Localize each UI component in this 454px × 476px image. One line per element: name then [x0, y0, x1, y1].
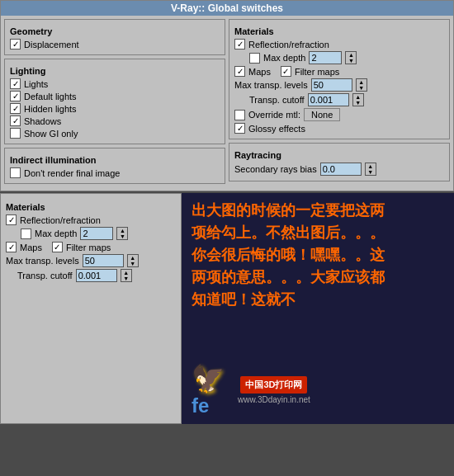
chinese-line1: 出大图的时候的一定要把这两 — [192, 200, 444, 222]
filter-maps-label: Filter maps — [295, 67, 339, 77]
max-transp-label: Max transp. levels — [234, 80, 308, 90]
spinner-up[interactable]: ▲ — [357, 79, 367, 85]
b-reflection-row: Reflection/refraction — [6, 214, 176, 225]
branding-section: 🦅 fe 中国3D打印网 www.3Ddayin.in.net — [192, 363, 444, 417]
spinner-down[interactable]: ▼ — [117, 233, 127, 239]
bottom-materials-label: Materials — [6, 202, 176, 212]
maps-checkbox[interactable] — [234, 66, 245, 77]
spinner-up[interactable]: ▲ — [121, 270, 131, 276]
b-max-depth-checkbox[interactable] — [21, 229, 31, 239]
raytracing-label: Raytracing — [234, 150, 444, 160]
lighting-label: Lighting — [10, 66, 220, 76]
max-transp-input[interactable]: 50 — [311, 78, 352, 92]
b-filter-maps-label: Filter maps — [66, 243, 111, 252]
secondary-rays-spinner[interactable]: ▲ ▼ — [365, 163, 376, 176]
dont-render-row: Don't render final image — [10, 167, 220, 178]
b-max-depth-label: Max depth — [35, 229, 77, 238]
displacement-checkbox[interactable] — [10, 39, 21, 49]
displacement-label: Displacement — [24, 40, 79, 49]
spinner-up[interactable]: ▲ — [117, 228, 127, 233]
b-transp-cutoff-input[interactable]: 0.001 — [76, 269, 117, 282]
displacement-row: Displacement — [10, 39, 220, 49]
wing-icon: 🦅 — [192, 363, 225, 394]
max-depth-row: Max depth 2 ▲ ▼ — [249, 51, 444, 64]
spinner-down[interactable]: ▼ — [357, 85, 367, 91]
shadows-label: Shadows — [24, 116, 61, 126]
materials-label: Materials — [234, 26, 444, 36]
override-mtl-label: Override mtl: — [248, 110, 300, 120]
show-gi-checkbox[interactable] — [10, 128, 21, 139]
default-lights-label: Default lights — [24, 92, 77, 101]
maps-row: Maps Filter maps — [234, 66, 444, 77]
annotation-panel: 出大图的时候的一定要把这两 项给勾上。不然出图后。。。 你会很后悔的哦！嘿嘿。。… — [182, 193, 454, 424]
override-mtl-checkbox[interactable] — [234, 110, 245, 120]
hidden-lights-label: Hidden lights — [24, 104, 77, 114]
dont-render-checkbox[interactable] — [10, 167, 21, 178]
spinner-up[interactable]: ▲ — [353, 94, 363, 100]
b-max-transp-input[interactable]: 50 — [83, 254, 124, 267]
override-mtl-value[interactable]: None — [304, 108, 340, 121]
indirect-label: Indirect illumination — [10, 155, 220, 165]
spinner-down[interactable]: ▼ — [346, 58, 356, 64]
spinner-down[interactable]: ▼ — [121, 276, 131, 281]
default-lights-checkbox[interactable] — [10, 91, 21, 101]
spinner-up[interactable]: ▲ — [366, 163, 376, 169]
b-maps-row: Maps Filter maps — [6, 242, 176, 252]
shadows-checkbox[interactable] — [10, 115, 21, 126]
site-url: www.3Ddayin.in.net — [238, 395, 310, 404]
geometry-section: Geometry Displacement — [4, 19, 225, 55]
show-gi-label: Show GI only — [24, 129, 78, 139]
b-reflection-label: Reflection/refraction — [20, 215, 101, 225]
filter-maps-checkbox[interactable] — [281, 66, 291, 77]
reflection-checkbox[interactable] — [234, 39, 245, 49]
spinner-down[interactable]: ▼ — [353, 100, 363, 106]
glossy-checkbox[interactable] — [234, 123, 245, 134]
b-maps-checkbox[interactable] — [6, 242, 17, 252]
max-depth-spinner[interactable]: ▲ ▼ — [345, 51, 357, 64]
right-branding: 中国3D打印网 www.3Ddayin.in.net — [238, 376, 310, 404]
window-title: V-Ray:: Global switches — [171, 2, 283, 14]
left-column: Geometry Displacement Lighting Lights De… — [4, 19, 225, 187]
b-reflection-checkbox[interactable] — [6, 214, 17, 225]
spinner-down[interactable]: ▼ — [366, 169, 376, 175]
transp-cutoff-spinner[interactable]: ▲ ▼ — [352, 93, 364, 106]
glossy-row: Glossy effects — [234, 123, 444, 134]
max-transp-spinner[interactable]: ▲ ▼ — [356, 78, 367, 92]
b-max-depth-spinner[interactable]: ▲ ▼ — [116, 227, 128, 240]
b-transp-cutoff-row: Transp. cutoff 0.001 ▲ ▼ — [17, 269, 176, 282]
indirect-section: Indirect illumination Don't render final… — [4, 148, 225, 184]
b-max-transp-row: Max transp. levels 50 ▲ ▼ — [6, 254, 176, 267]
hidden-lights-checkbox[interactable] — [10, 103, 21, 114]
b-max-transp-spinner[interactable]: ▲ ▼ — [127, 254, 139, 267]
bottom-materials-panel: Materials Reflection/refraction Max dept… — [0, 193, 182, 424]
lights-checkbox[interactable] — [10, 78, 21, 89]
spinner-down[interactable]: ▼ — [128, 261, 138, 266]
raytracing-section: Raytracing Secondary rays bias 0.0 ▲ ▼ — [229, 143, 450, 181]
spinner-up[interactable]: ▲ — [346, 52, 356, 58]
max-depth-checkbox[interactable] — [249, 53, 260, 64]
transp-cutoff-row: Transp. cutoff 0.001 ▲ ▼ — [249, 93, 444, 106]
b-transp-cutoff-label: Transp. cutoff — [17, 271, 73, 280]
b-max-depth-row: Max depth 2 ▲ ▼ — [21, 227, 176, 240]
override-mtl-row: Override mtl: None — [234, 108, 444, 121]
geometry-label: Geometry — [10, 26, 220, 36]
b-filter-maps-checkbox[interactable] — [52, 242, 63, 252]
chinese-annotation: 出大图的时候的一定要把这两 项给勾上。不然出图后。。。 你会很后悔的哦！嘿嘿。。… — [192, 200, 444, 311]
secondary-rays-input[interactable]: 0.0 — [320, 163, 362, 176]
default-lights-row: Default lights — [10, 91, 220, 101]
b-max-depth-input[interactable]: 2 — [80, 227, 113, 240]
b-max-transp-label: Max transp. levels — [6, 256, 79, 266]
right-column: Materials Reflection/refraction Max dept… — [229, 19, 450, 187]
chinese-line4: 两项的意思。。。大家应该都 — [192, 266, 444, 289]
max-depth-input[interactable]: 2 — [309, 51, 342, 64]
chinese-line5: 知道吧！这就不 — [192, 289, 444, 311]
lights-row: Lights — [10, 78, 220, 89]
b-transp-cutoff-spinner[interactable]: ▲ ▼ — [121, 269, 132, 282]
spinner-up[interactable]: ▲ — [128, 255, 138, 261]
transp-cutoff-input[interactable]: 0.001 — [308, 93, 349, 106]
reflection-label: Reflection/refraction — [248, 40, 329, 49]
china-3d-badge: 中国3D打印网 — [240, 376, 307, 394]
secondary-rays-row: Secondary rays bias 0.0 ▲ ▼ — [234, 163, 444, 176]
shadows-row: Shadows — [10, 115, 220, 126]
max-transp-row: Max transp. levels 50 ▲ ▼ — [234, 78, 444, 92]
